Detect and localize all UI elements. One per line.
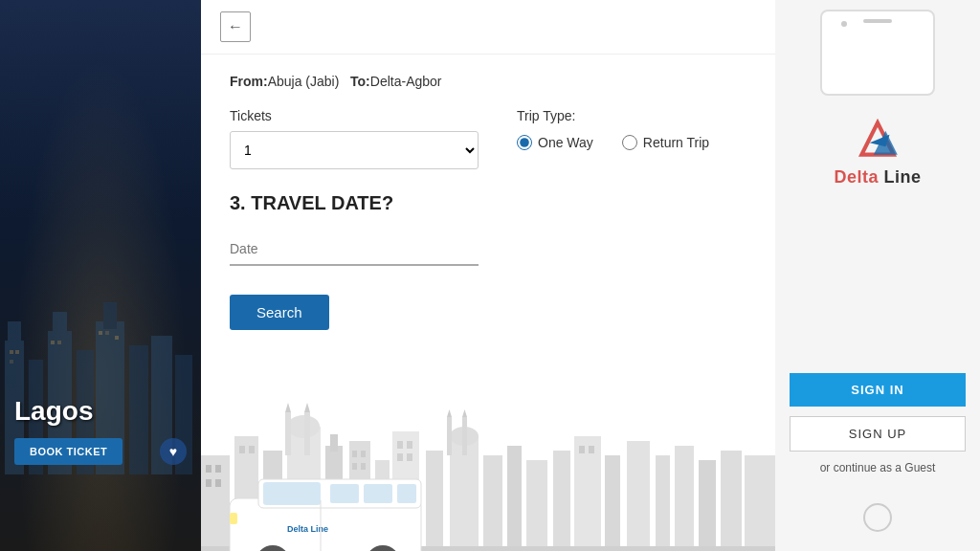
svg-rect-63 <box>656 455 670 551</box>
trip-type-options: One Way Return Trip <box>517 135 709 150</box>
svg-rect-64 <box>675 446 694 551</box>
svg-rect-39 <box>352 463 357 470</box>
modal-top-bar: ← <box>201 0 775 55</box>
right-panel: Delta Line SIGN IN SIGN UP or continue a… <box>775 0 980 551</box>
one-way-radio[interactable] <box>517 135 532 150</box>
svg-rect-45 <box>397 453 403 461</box>
phone-camera <box>841 21 847 27</box>
delta-line-logo: Delta Line <box>834 115 921 187</box>
svg-rect-71 <box>263 482 321 505</box>
trip-type-group: Trip Type: One Way Return Trip <box>517 108 709 150</box>
svg-rect-60 <box>589 446 594 453</box>
svg-rect-46 <box>407 453 412 461</box>
svg-rect-74 <box>397 484 416 503</box>
svg-rect-32 <box>304 412 310 455</box>
svg-rect-1 <box>8 321 21 350</box>
logo-line: Line <box>884 167 922 187</box>
svg-rect-57 <box>553 451 570 551</box>
search-button[interactable]: Search <box>230 295 329 330</box>
svg-rect-14 <box>51 341 55 344</box>
svg-rect-21 <box>215 465 221 473</box>
date-input[interactable] <box>230 233 479 264</box>
from-value: Abuja (Jabi) <box>268 74 340 89</box>
return-trip-option[interactable]: Return Trip <box>622 135 709 150</box>
svg-rect-35 <box>330 434 338 452</box>
phone-home-button <box>863 503 892 532</box>
svg-marker-33 <box>304 403 310 412</box>
svg-rect-73 <box>364 484 392 503</box>
delta-line-logo-icon <box>854 115 902 163</box>
signup-button[interactable]: SIGN UP <box>790 416 966 452</box>
svg-rect-23 <box>215 479 221 487</box>
svg-rect-72 <box>330 484 359 503</box>
left-panel: Lagos BOOK TICKET ♥ <box>0 0 201 551</box>
date-input-wrapper <box>230 233 479 266</box>
svg-rect-8 <box>129 345 148 474</box>
svg-rect-62 <box>627 441 650 551</box>
tickets-group: Tickets 1 2 3 4 5 <box>230 108 479 169</box>
trip-type-label: Trip Type: <box>517 108 709 123</box>
return-trip-radio[interactable] <box>622 135 637 150</box>
svg-rect-26 <box>249 446 255 453</box>
svg-point-29 <box>287 415 320 438</box>
tickets-triptype-row: Tickets 1 2 3 4 5 Trip Type: One Way <box>230 108 746 169</box>
svg-rect-25 <box>239 446 245 453</box>
return-trip-label: Return Trip <box>643 135 709 150</box>
from-label: From: <box>230 74 268 89</box>
book-ticket-button[interactable]: BOOK TICKET <box>14 438 122 465</box>
phone-mockup <box>820 10 935 96</box>
svg-rect-66 <box>721 451 742 551</box>
phone-speaker <box>863 19 892 23</box>
logo-text: Delta Line <box>834 167 921 187</box>
skyline-illustration: Delta Line <box>201 398 775 551</box>
route-info: From:Abuja (Jabi) To:Delta-Agbor <box>230 74 746 89</box>
svg-rect-4 <box>53 312 67 341</box>
signin-button[interactable]: SIGN IN <box>790 373 966 407</box>
svg-marker-31 <box>285 403 291 412</box>
svg-rect-30 <box>285 412 291 455</box>
svg-rect-37 <box>352 451 357 457</box>
svg-marker-53 <box>462 409 467 417</box>
svg-rect-54 <box>483 455 502 551</box>
one-way-option[interactable]: One Way <box>517 135 593 150</box>
svg-rect-13 <box>15 350 19 354</box>
svg-rect-17 <box>105 331 109 335</box>
svg-rect-12 <box>10 360 13 364</box>
travel-date-title: 3. TRAVEL DATE? <box>230 192 746 214</box>
guest-text: or continue as a Guest <box>820 461 936 474</box>
svg-rect-52 <box>462 417 467 455</box>
city-label: Lagos <box>14 396 93 427</box>
svg-rect-59 <box>579 446 585 453</box>
svg-rect-11 <box>10 350 13 354</box>
svg-rect-40 <box>361 463 366 470</box>
logo-delta: Delta <box>834 167 879 187</box>
svg-rect-56 <box>526 460 547 551</box>
tickets-select[interactable]: 1 2 3 4 5 <box>230 131 479 169</box>
svg-text:Delta Line: Delta Line <box>287 524 328 534</box>
svg-rect-55 <box>507 446 522 551</box>
svg-rect-20 <box>206 465 212 473</box>
svg-rect-43 <box>397 441 403 449</box>
back-button[interactable]: ← <box>220 11 251 42</box>
auth-section: SIGN IN SIGN UP or continue as a Guest <box>775 373 980 474</box>
to-value: Delta-Agbor <box>370 74 442 89</box>
svg-rect-58 <box>574 436 601 551</box>
svg-rect-67 <box>745 455 775 551</box>
svg-rect-61 <box>605 455 620 551</box>
svg-rect-22 <box>206 479 212 487</box>
to-label: To: <box>350 74 370 89</box>
one-way-label: One Way <box>538 135 593 150</box>
svg-marker-51 <box>447 409 452 417</box>
svg-rect-16 <box>99 331 102 335</box>
svg-rect-50 <box>447 417 452 455</box>
svg-rect-65 <box>699 460 716 551</box>
favorite-icon[interactable]: ♥ <box>160 438 187 465</box>
svg-rect-47 <box>426 451 443 551</box>
tickets-label: Tickets <box>230 108 479 123</box>
svg-rect-18 <box>115 336 119 340</box>
svg-rect-15 <box>57 341 61 344</box>
svg-rect-44 <box>407 441 412 449</box>
svg-rect-79 <box>230 513 237 524</box>
svg-rect-7 <box>103 302 117 329</box>
svg-rect-38 <box>361 451 366 457</box>
